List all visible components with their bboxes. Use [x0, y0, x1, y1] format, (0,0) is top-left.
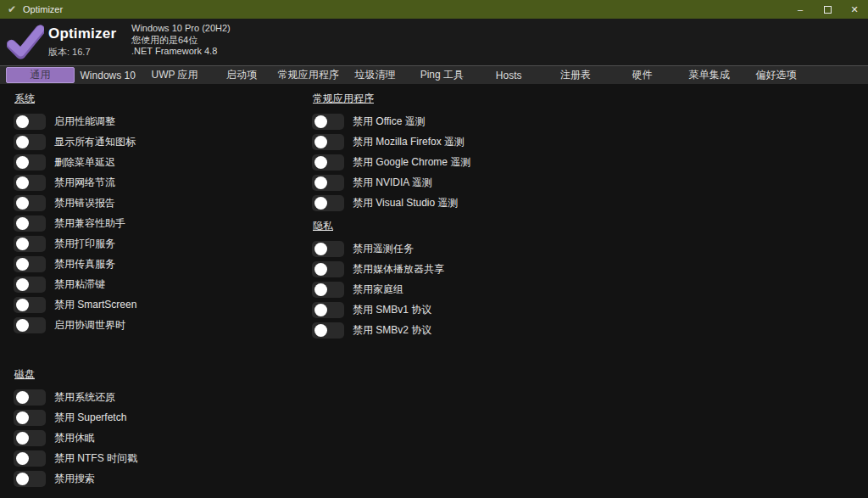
tab-hardware[interactable]: 硬件 — [609, 67, 676, 83]
section-title-common-apps: 常规应用程序 — [313, 92, 374, 106]
column-right: 常规应用程序禁用 Office 遥测禁用 Mozilla Firefox 遥测禁… — [312, 84, 617, 340]
toggle-knob — [16, 217, 29, 230]
toggle-knob — [16, 278, 29, 291]
tab-ping-tool[interactable]: Ping 工具 — [409, 67, 476, 83]
toggle-switch[interactable] — [14, 114, 46, 130]
tab-startup[interactable]: 启动项 — [208, 67, 275, 83]
toggle-switch[interactable] — [14, 195, 46, 211]
toggle-row: 禁用 NTFS 时间戳 — [14, 448, 302, 468]
toggle-switch[interactable] — [312, 241, 344, 257]
toggle-knob — [16, 319, 29, 332]
toggle-switch[interactable] — [14, 175, 46, 191]
toggle-label: 禁用媒体播放器共享 — [353, 262, 444, 277]
tab-bar: 通用Windows 10UWP 应用启动项常规应用程序垃圾清理Ping 工具Ho… — [6, 67, 810, 83]
window-controls: – ✕ — [787, 0, 868, 19]
toggle-switch[interactable] — [14, 215, 46, 232]
toggle-row: 禁用兼容性助手 — [14, 213, 302, 233]
toggle-switch[interactable] — [14, 134, 46, 150]
section-title-system: 系统 — [14, 92, 35, 106]
general-tab-content: 系统启用性能调整显示所有通知图标删除菜单延迟禁用网络节流禁用错误报告禁用兼容性助… — [0, 84, 868, 498]
toggle-knob — [314, 243, 327, 255]
tab-hosts[interactable]: Hosts — [476, 67, 542, 83]
toggle-label: 禁用 Google Chrome 遥测 — [353, 155, 470, 170]
tab-uwp-apps[interactable]: UWP 应用 — [142, 67, 209, 83]
toggle-row: 禁用 NVIDIA 遥测 — [312, 172, 617, 193]
dotnet-info: .NET Framework 4.8 — [131, 46, 231, 58]
maximize-icon[interactable] — [814, 0, 841, 19]
toggle-label: 禁用 NVIDIA 遥测 — [353, 176, 432, 190]
toggle-switch[interactable] — [14, 430, 46, 446]
toggle-switch[interactable] — [312, 175, 344, 191]
toggle-switch[interactable] — [14, 410, 46, 426]
toggle-switch[interactable] — [312, 114, 344, 130]
toggle-label: 禁用传真服务 — [54, 257, 115, 271]
toggle-row: 禁用 SMBv1 协议 — [312, 299, 617, 320]
toggle-knob — [314, 324, 327, 337]
toggle-switch[interactable] — [14, 317, 46, 333]
toggle-knob — [16, 411, 29, 424]
toggle-label: 启用性能调整 — [54, 115, 115, 129]
toggle-switch[interactable] — [312, 282, 344, 298]
toggle-row: 禁用 SmartScreen — [14, 294, 302, 315]
toggle-switch[interactable] — [14, 471, 46, 487]
titlebar: ✔ Optimizer – ✕ — [0, 0, 868, 19]
toggle-knob — [16, 473, 29, 485]
toggle-knob — [16, 391, 29, 404]
column-left: 系统启用性能调整显示所有通知图标删除菜单延迟禁用网络节流禁用错误报告禁用兼容性助… — [14, 84, 302, 489]
titlebar-title: Optimizer — [23, 4, 63, 14]
toggle-row: 禁用 Superfetch — [14, 407, 302, 428]
toggle-knob — [16, 176, 29, 189]
minimize-icon[interactable]: – — [787, 0, 814, 19]
tab-registry[interactable]: 注册表 — [542, 67, 609, 83]
toggle-knob — [314, 156, 327, 169]
toggle-knob — [16, 156, 29, 169]
toggle-switch[interactable] — [312, 322, 344, 339]
toggle-row: 禁用打印服务 — [14, 233, 302, 254]
optimizer-window: ✔ Optimizer – ✕ Optimizer 版本: 16.7 Windo… — [0, 0, 868, 498]
toggle-label: 禁用 SMBv2 协议 — [353, 323, 431, 338]
toggle-label: 禁用休眠 — [54, 431, 95, 445]
tab-common-apps[interactable]: 常规应用程序 — [275, 67, 342, 83]
toggle-row: 禁用粘滞键 — [14, 274, 302, 294]
toggle-knob — [314, 197, 327, 210]
optimizer-logo-check-icon — [7, 24, 44, 61]
toggle-knob — [16, 432, 29, 445]
toggle-switch[interactable] — [14, 154, 46, 171]
toggle-switch[interactable] — [14, 297, 46, 313]
toggle-row: 禁用传真服务 — [14, 254, 302, 274]
app-header: Optimizer 版本: 16.7 Windows 10 Pro (20H2)… — [0, 19, 868, 65]
toggle-switch[interactable] — [14, 389, 46, 406]
tab-windows-10[interactable]: Windows 10 — [75, 67, 142, 83]
toggle-label: 禁用 Office 遥测 — [353, 115, 426, 129]
toggle-row: 禁用网络节流 — [14, 172, 302, 193]
toggle-row: 禁用系统还原 — [14, 387, 302, 407]
toggle-switch[interactable] — [312, 261, 344, 277]
toggle-label: 禁用 Mozilla Firefox 遥测 — [353, 135, 465, 149]
tab-cleaner[interactable]: 垃圾清理 — [342, 67, 409, 83]
toggle-switch[interactable] — [14, 450, 46, 467]
tab-integrator[interactable]: 菜单集成 — [676, 67, 743, 83]
toggle-label: 禁用网络节流 — [54, 176, 115, 190]
toggle-row: 禁用媒体播放器共享 — [312, 259, 617, 279]
toggle-switch[interactable] — [312, 154, 344, 171]
toggle-row: 禁用 Google Chrome 遥测 — [312, 152, 617, 172]
tab-general[interactable]: 通用 — [6, 67, 75, 83]
tab-options[interactable]: 偏好选项 — [743, 67, 810, 83]
toggle-switch[interactable] — [14, 236, 46, 252]
toggle-knob — [16, 197, 29, 210]
toggle-switch[interactable] — [14, 256, 46, 272]
toggle-switch[interactable] — [312, 302, 344, 318]
toggle-switch[interactable] — [14, 277, 46, 293]
toggle-row: 禁用休眠 — [14, 428, 302, 448]
toggle-label: 禁用打印服务 — [54, 237, 115, 251]
toggle-switch[interactable] — [312, 134, 344, 150]
app-name: Optimizer — [48, 25, 116, 42]
section-privacy: 隐私禁用遥测任务禁用媒体播放器共享禁用家庭组禁用 SMBv1 协议禁用 SMBv… — [312, 213, 617, 340]
toggle-knob — [314, 115, 327, 128]
toggle-switch[interactable] — [312, 195, 344, 211]
close-icon[interactable]: ✕ — [841, 0, 868, 19]
toggle-label: 删除菜单延迟 — [54, 155, 115, 170]
toggle-label: 禁用搜索 — [54, 472, 95, 486]
toggle-label: 显示所有通知图标 — [54, 135, 136, 149]
toggle-label: 禁用 Visual Studio 遥测 — [353, 196, 459, 210]
